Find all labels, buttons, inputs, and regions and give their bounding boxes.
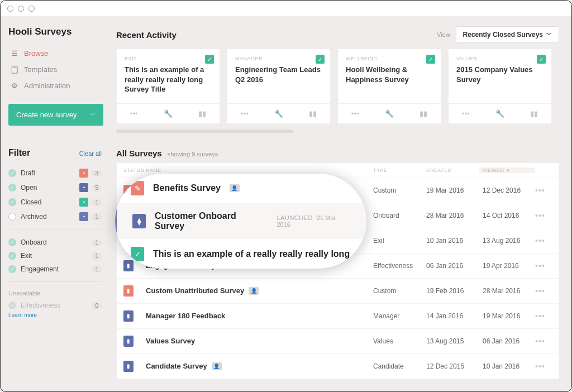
card-chart-button[interactable]: ▮▮ bbox=[407, 104, 441, 123]
survey-type: Exit bbox=[373, 237, 426, 245]
recent-card[interactable]: ✓ MANAGER Engineering Team Leads Q2 2016… bbox=[227, 49, 331, 124]
card-more-button[interactable]: ••• bbox=[338, 104, 372, 123]
col-created[interactable]: CREATED bbox=[426, 168, 479, 173]
window-titlebar bbox=[1, 1, 571, 16]
lens-row-onboard[interactable]: ⧫ Customer Onboard Survey LAUNCHED 21 Ma… bbox=[115, 203, 366, 239]
learn-more-link[interactable]: Learn more bbox=[8, 312, 102, 318]
card-settings-button[interactable]: 🔧 bbox=[372, 104, 406, 123]
col-actions bbox=[535, 168, 552, 173]
status-badge-icon: • bbox=[79, 183, 88, 192]
card-more-button[interactable]: ••• bbox=[449, 104, 483, 123]
col-label: VIEWED bbox=[483, 168, 504, 173]
filter-status-row[interactable]: ✓ Closed • 1 bbox=[8, 195, 102, 209]
window-dot bbox=[18, 6, 24, 12]
filter-status-row[interactable]: Archived • 1 bbox=[8, 209, 102, 224]
recent-card[interactable]: ✓ WELLBEING Hooli Wellbeing & Happiness … bbox=[337, 49, 441, 124]
count-badge: 5 bbox=[92, 184, 102, 192]
chevron-down-icon: ﹀ bbox=[90, 111, 96, 119]
survey-created: 19 Feb 2016 bbox=[426, 287, 479, 295]
window-dot bbox=[7, 6, 13, 12]
filter-title: Filter bbox=[8, 148, 30, 158]
status-badge-icon: • bbox=[79, 169, 88, 178]
card-more-button[interactable]: ••• bbox=[227, 104, 261, 123]
col-type[interactable]: TYPE bbox=[373, 168, 426, 173]
checkbox-checked-icon[interactable]: ✓ bbox=[8, 252, 16, 260]
row-actions-button[interactable]: ••• bbox=[535, 261, 545, 270]
dropdown-value: Recently Closed Surveys bbox=[463, 31, 543, 39]
row-actions-button[interactable]: ••• bbox=[535, 286, 545, 295]
filter-status-row[interactable]: ✓ Open • 5 bbox=[8, 180, 102, 195]
count-badge: 0 bbox=[92, 302, 102, 309]
checkbox-checked-icon[interactable]: ✓ bbox=[8, 238, 16, 246]
card-chart-button[interactable]: ▮▮ bbox=[185, 104, 220, 123]
checkbox-empty-icon[interactable] bbox=[8, 213, 16, 221]
checkbox-checked-icon[interactable]: ✓ bbox=[8, 169, 16, 177]
divider bbox=[8, 281, 102, 282]
survey-name: Custom Unattributed Survey bbox=[146, 286, 244, 295]
card-settings-button[interactable]: 🔧 bbox=[483, 104, 517, 123]
card-settings-button[interactable]: 🔧 bbox=[261, 104, 295, 123]
status-icon: ▮ bbox=[123, 285, 134, 297]
nav-browse[interactable]: ☰ Browse bbox=[8, 45, 102, 61]
row-actions-button[interactable]: ••• bbox=[535, 236, 545, 245]
lens-row-long[interactable]: ✓ This is an example of a really really … bbox=[115, 239, 366, 269]
col-status[interactable]: STATUS bbox=[123, 168, 146, 173]
card-settings-button[interactable]: 🔧 bbox=[151, 104, 185, 123]
card-chart-button[interactable]: ▮▮ bbox=[296, 104, 330, 123]
table-row[interactable]: ▮ Manager 180 Feedback Manager 14 Jan 20… bbox=[117, 304, 559, 329]
filter-status-row[interactable]: ✓ Draft • 3 bbox=[8, 166, 102, 180]
recent-card[interactable]: ✓ VALUES 2015 Company Values Survey ••• … bbox=[448, 49, 552, 124]
status-icon: ▮ bbox=[123, 336, 134, 347]
card-category: EXIT bbox=[125, 56, 212, 61]
horizontal-scrollbar[interactable] bbox=[116, 130, 293, 133]
row-actions-button[interactable]: ••• bbox=[535, 186, 545, 195]
table-row[interactable]: ▮ Candidate Survey👤 Candidate 12 Dec 201… bbox=[117, 354, 559, 379]
card-category: WELLBEING bbox=[346, 56, 433, 61]
survey-type: Values bbox=[373, 337, 426, 345]
app-title: Hooli Surveys bbox=[8, 26, 102, 37]
row-actions-button[interactable]: ••• bbox=[535, 337, 545, 346]
col-viewed[interactable]: VIEWED ▾ bbox=[479, 168, 535, 173]
survey-viewed: 28 Mar 2016 bbox=[479, 287, 535, 295]
survey-name: Manager 180 Feedback bbox=[146, 312, 225, 320]
checkbox-checked-icon[interactable]: ✓ bbox=[8, 198, 16, 206]
card-name: Engineering Team Leads Q2 2016 bbox=[235, 65, 322, 84]
create-survey-button[interactable]: Create new survey ﹀ bbox=[8, 104, 103, 126]
col-name[interactable]: NAME bbox=[146, 168, 373, 173]
survey-viewed: 10 Jan 2016 bbox=[479, 362, 535, 370]
checkbox-checked-icon[interactable]: ✓ bbox=[8, 184, 16, 192]
survey-type: Onboard bbox=[373, 212, 426, 219]
nav-templates[interactable]: 📋 Templates bbox=[8, 61, 102, 78]
checkbox-checked-icon[interactable]: ✓ bbox=[8, 265, 16, 273]
count-badge: 1 bbox=[92, 213, 102, 221]
row-actions-button[interactable]: ••• bbox=[535, 362, 545, 371]
view-dropdown[interactable]: Recently Closed Surveys ﹀ bbox=[456, 26, 559, 43]
status-icon: ▮ bbox=[123, 310, 134, 322]
row-actions-button[interactable]: ••• bbox=[535, 211, 545, 220]
clear-all-link[interactable]: Clear all bbox=[79, 150, 102, 157]
survey-created: 13 Aug 2015 bbox=[426, 337, 479, 345]
lens-row-benefits[interactable]: ✎ Benefits Survey 👤 bbox=[115, 174, 366, 203]
showing-count: showing 9 surveys bbox=[168, 151, 218, 157]
survey-created: 12 Dec 2015 bbox=[426, 362, 479, 370]
table-row[interactable]: ▮ Custom Unattributed Survey👤 Custom 19 … bbox=[117, 279, 559, 304]
card-more-button[interactable]: ••• bbox=[117, 104, 151, 123]
button-label: Create new survey bbox=[16, 111, 77, 119]
gear-icon: ⚙ bbox=[11, 82, 18, 90]
survey-created: 10 Jan 2016 bbox=[426, 237, 479, 245]
nav-administration[interactable]: ⚙ Administration bbox=[8, 78, 102, 94]
lens-survey-name: This is an example of a really really re… bbox=[153, 249, 350, 259]
filter-label: Effectiveness bbox=[21, 302, 60, 309]
window-dot bbox=[28, 6, 35, 12]
card-chart-button[interactable]: ▮▮ bbox=[517, 104, 551, 123]
filter-type-row[interactable]: ✓ Onboard 1 bbox=[8, 236, 102, 249]
divider bbox=[8, 230, 102, 230]
status-icon: ▮ bbox=[123, 361, 134, 372]
filter-type-row[interactable]: ✓ Engagement 1 bbox=[8, 262, 102, 276]
recent-card[interactable]: ✓ EXIT This is an example of a really re… bbox=[116, 49, 220, 124]
row-actions-button[interactable]: ••• bbox=[535, 312, 545, 321]
sort-desc-icon: ▾ bbox=[507, 168, 510, 173]
filter-label: Archived bbox=[21, 213, 47, 221]
table-row[interactable]: ▮ Values Survey Values 13 Aug 2015 06 Ja… bbox=[117, 329, 559, 354]
filter-type-row[interactable]: ✓ Exit 1 bbox=[8, 249, 102, 262]
